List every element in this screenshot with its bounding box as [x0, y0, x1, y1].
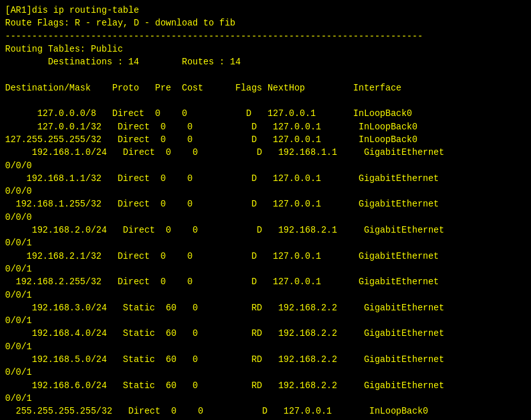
terminal-output: [AR1]dis ip routing-table Route Flags: R…: [5, 4, 526, 420]
terminal-window: [AR1]dis ip routing-table Route Flags: R…: [5, 4, 526, 420]
